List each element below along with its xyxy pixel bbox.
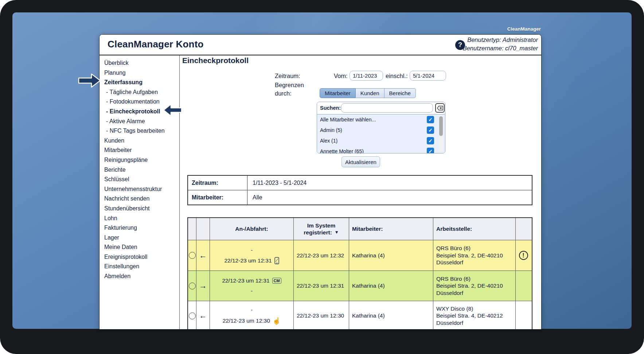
checkbox-checked-icon[interactable]: ✓ <box>427 116 434 123</box>
arbeitsstelle-name: QRS Büro (6) <box>436 245 503 252</box>
sidebar-item-fakturierung[interactable]: Fakturierung <box>104 223 179 233</box>
zeitraum-label: Zeitraum: <box>275 73 300 79</box>
app-window: CleanManager Konto ? Benutzertyp: Admini… <box>99 34 542 329</box>
list-item-label: Admin (5) <box>320 127 342 133</box>
radio-cell <box>188 301 196 329</box>
list-item-annette[interactable]: Annette Molter (65) ✓ <box>317 146 445 153</box>
sidebar-item-unternehmensstruktur[interactable]: Unternehmensstruktur <box>104 184 179 194</box>
arbeitsstelle-name: QRS Büro (6) <box>436 275 503 283</box>
table-row[interactable]: ← - 22/12-23 um 12:30 ☝ 22/12-23 um 12:3… <box>188 301 532 329</box>
list-item-alex[interactable]: Alex (1) ✓ <box>317 136 445 146</box>
arbeitsstelle-name: WXY Disco (8) <box>436 305 503 312</box>
sidebar-item-nfc-tags[interactable]: - NFC Tags bearbeiten <box>104 126 179 136</box>
mitarbeiter-filter-panel: Suchen: Alle Mitarbeiter wählen... ✓ Adm… <box>317 102 445 153</box>
sidebar-item-kunden[interactable]: Kunden <box>104 136 179 146</box>
browser-titlebar-brand: CleanManager <box>507 26 541 32</box>
abfahrt-time: - <box>251 247 253 253</box>
summary-label: Mitarbeiter: <box>188 190 247 205</box>
sidebar-item-reinigungsplaene[interactable]: Reinigungspläne <box>104 155 179 165</box>
user-info: Benutzertyp: Administrator Benutzername:… <box>463 36 538 52</box>
sidebar-item-schluessel[interactable]: Schlüssel <box>104 175 179 184</box>
clear-search-button[interactable] <box>435 103 445 113</box>
filter-tabs: Mitarbeiter Kunden Bereiche <box>320 88 416 98</box>
an-abfahrt-cell: - 22/12-23 um 12:31 <box>210 240 294 271</box>
sidebar-item-mitarbeiter[interactable]: Mitarbeiter <box>104 145 179 155</box>
list-item-alle[interactable]: Alle Mitarbeiter wählen... ✓ <box>317 114 445 125</box>
summary-row-zeitraum: Zeitraum: 1/11-2023 - 5/1-2024 <box>188 176 532 190</box>
warning-cell <box>516 271 531 301</box>
direction-cell: ← <box>196 240 210 271</box>
aktualisieren-button[interactable]: Aktualisieren <box>341 156 380 167</box>
sidebar-item-einstellungen[interactable]: Einstellungen <box>104 262 179 272</box>
warning-icon[interactable]: ! <box>519 251 528 260</box>
sidebar-item-nachricht-senden[interactable]: Nachricht senden <box>104 194 179 204</box>
sidebar-item-ereignisprotokoll[interactable]: Ereignisprotokoll <box>104 252 179 262</box>
header-radio-col <box>188 218 196 240</box>
sidebar-nav: Überblick Planung Zeiterfassung - Täglic… <box>99 55 180 329</box>
sidebar-item-lager[interactable]: Lager <box>104 233 179 243</box>
checkin-table: An-/Abfahrt: Im System registriert: ▼ Mi… <box>187 217 532 329</box>
sidebar-item-lohn[interactable]: Lohn <box>104 214 179 223</box>
im-system-cell: 22/12-23 um 12:32 <box>294 240 349 271</box>
sidebar-item-zeiterfassung[interactable]: Zeiterfassung <box>104 78 179 87</box>
sidebar-item-meine-daten[interactable]: Meine Daten <box>104 242 179 252</box>
checkbox-checked-icon[interactable]: ✓ <box>427 127 434 134</box>
summary-label: Zeitraum: <box>188 176 247 190</box>
arbeitsstelle-city: Düsseldorf <box>436 319 503 327</box>
header-warning-col <box>516 218 531 240</box>
warning-cell: ! <box>516 240 531 271</box>
ankunft-time: - <box>251 288 253 294</box>
sidebar-item-ueberblick[interactable]: Überblick <box>104 58 179 68</box>
list-item-admin[interactable]: Admin (5) ✓ <box>317 125 445 136</box>
search-bar: Suchen: <box>317 102 445 114</box>
begrenzen-label: Begrenzen durch: <box>275 81 308 98</box>
mitarbeiter-cell: Katharina (4) <box>349 271 433 301</box>
annotation-arrow-left-icon <box>163 103 182 118</box>
warning-cell <box>516 301 531 329</box>
scrollbar-thumb[interactable] <box>439 116 443 136</box>
radio-cell <box>188 271 196 301</box>
checkbox-checked-icon[interactable]: ✓ <box>427 137 434 144</box>
vom-date-input[interactable] <box>350 71 383 81</box>
annotation-arrow-right-icon <box>78 73 101 90</box>
sidebar-item-planung[interactable]: Planung <box>104 68 179 78</box>
list-item-label: Annette Molter (65) <box>320 148 364 153</box>
mitarbeiter-cell: Katharina (4) <box>349 301 433 329</box>
sidebar-item-abmelden[interactable]: Abmelden <box>104 272 179 281</box>
header-an-abfahrt: An-/Abfahrt: <box>210 218 294 240</box>
arrow-left-icon: ← <box>199 311 207 320</box>
row-radio[interactable] <box>189 252 196 259</box>
mitarbeiter-cell: Katharina (4) <box>349 240 433 271</box>
arbeitsstelle-city: Düsseldorf <box>436 289 503 297</box>
ankunft-time: 22/12-23 um 12:31 <box>224 257 272 264</box>
an-abfahrt-cell: - 22/12-23 um 12:30 ☝ <box>210 301 294 329</box>
im-system-cell: 22/12-23 um 12:30 <box>294 301 349 329</box>
list-scrollbar[interactable] <box>439 115 443 152</box>
app-header: CleanManager Konto ? Benutzertyp: Admini… <box>99 35 541 55</box>
radio-cell <box>188 240 196 271</box>
im-system-cell: 22/12-23 um 12:31 <box>294 271 349 301</box>
tab-kunden[interactable]: Kunden <box>356 88 385 98</box>
tab-bereiche[interactable]: Bereiche <box>385 88 416 98</box>
sort-desc-icon[interactable]: ▼ <box>335 229 339 236</box>
sidebar-item-taegliche-aufgaben[interactable]: - Tägliche Aufgaben <box>104 87 179 97</box>
abfahrt-time: 22/12-23 um 12:31 <box>222 277 269 284</box>
filter-summary-table: Zeitraum: 1/11-2023 - 5/1-2024 Mitarbeit… <box>187 175 532 205</box>
header-arbeitsstelle: Arbeitsstelle: <box>433 218 516 240</box>
arbeitsstelle-cell: WXY Disco (8) Beispiel Stra. 4, DE-40212… <box>433 301 516 329</box>
einschl-date-input[interactable] <box>410 71 446 81</box>
arrow-left-icon: ← <box>199 251 207 260</box>
sidebar-item-berichte[interactable]: Berichte <box>104 165 179 175</box>
checkbox-checked-icon[interactable]: ✓ <box>427 148 434 153</box>
search-input[interactable] <box>341 103 433 113</box>
row-radio[interactable] <box>189 312 196 319</box>
sidebar-item-stundenuebersicht[interactable]: Stundenübersicht <box>104 204 179 214</box>
table-row[interactable]: → 22/12-23 um 12:31 CM - 22/12-23 um 12:… <box>188 271 532 301</box>
row-radio[interactable] <box>189 283 196 289</box>
einschl-label: einschl.: <box>386 73 408 79</box>
user-name-label: Benutzername: cl70_master <box>463 44 538 52</box>
arbeitsstelle-cell: QRS Büro (6) Beispiel Stra. 2, DE-40210 … <box>433 271 516 301</box>
table-row[interactable]: ← - 22/12-23 um 12:31 22/12-23 um 12:32 … <box>188 240 532 271</box>
cm-badge-icon: CM <box>272 278 281 284</box>
tab-mitarbeiter[interactable]: Mitarbeiter <box>320 88 356 98</box>
